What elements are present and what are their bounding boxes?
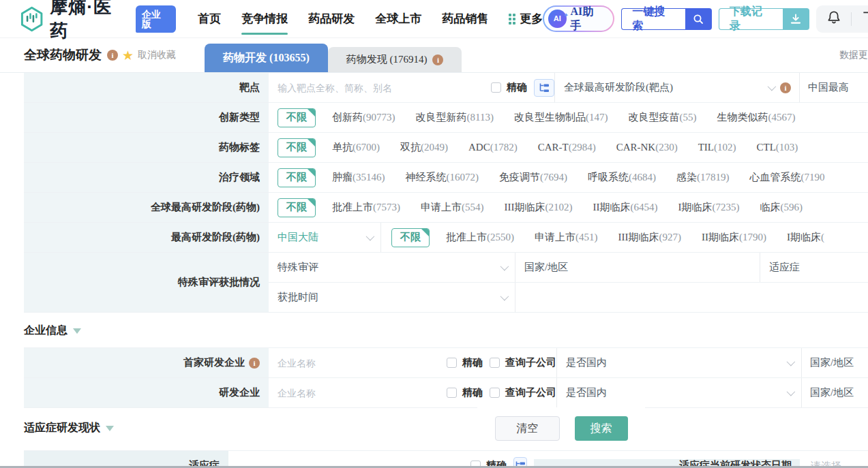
vertical-divider <box>380 223 381 252</box>
nav-global-launch[interactable]: 全球上市 <box>375 0 421 38</box>
target-input[interactable] <box>278 82 491 93</box>
filter-row-special-review: 特殊审评获批情况 特殊审评 国家/地区 适应症 获批时间 <box>24 253 868 313</box>
filter-option[interactable]: 临床(596) <box>760 201 803 214</box>
filter-option[interactable]: 感染(17819) <box>676 171 730 184</box>
filter-row-drug-tag: 药物标签 不限 单抗(6700)双抗(2049)ADC(1782)CAR-T(2… <box>24 133 868 163</box>
filter-option[interactable]: 双抗(2049) <box>400 141 448 154</box>
filter-option[interactable]: 申请上市(451) <box>535 231 598 244</box>
title-info-icon[interactable] <box>107 50 118 61</box>
filter-option[interactable]: TIL(102) <box>698 142 736 153</box>
domestic-select[interactable]: 是否国内 <box>557 356 801 369</box>
unfavorite-link[interactable]: 取消收藏 <box>138 49 176 61</box>
filter-label-global-stage: 全球最高研发阶段(药物) <box>24 193 269 222</box>
filter-option[interactable]: ADC(1782) <box>468 142 518 153</box>
checkbox-icon <box>447 388 457 398</box>
tab-drug-development[interactable]: 药物开发 (103655) <box>205 44 328 72</box>
tab-info-icon[interactable] <box>432 54 443 65</box>
nav-drug-rd[interactable]: 药品研发 <box>308 0 355 38</box>
approval-time-select[interactable]: 获批时间 <box>269 283 515 313</box>
filter-option[interactable]: 心血管系统(7190 <box>750 171 825 184</box>
filter-option[interactable]: CAR-T(2984) <box>538 142 596 153</box>
section-indication-title: 适应症研发现状 <box>24 421 100 435</box>
chevron-down-icon <box>768 82 777 91</box>
filter-option[interactable]: III期临床(927) <box>618 231 682 244</box>
filter-option[interactable]: II期临床(1790) <box>702 231 766 244</box>
filter-option[interactable]: 改良型生物制品(147) <box>514 111 608 124</box>
brand-logo[interactable]: 摩熵·医药 企业版 <box>19 0 176 43</box>
chevron-down-icon <box>787 358 796 366</box>
search-button[interactable]: 搜索 <box>575 416 628 441</box>
nav-more[interactable]: 更多 <box>509 0 543 38</box>
section-indication-status: 适应症研发现状 <box>24 421 868 435</box>
quick-search-button[interactable]: 一键搜索 <box>621 8 712 30</box>
indication-cell[interactable]: 适应症 <box>760 253 868 282</box>
domestic-select[interactable]: 是否国内 <box>557 386 801 399</box>
region-select[interactable]: 中国大陆 <box>269 231 380 244</box>
tab-drug-discovery[interactable]: 药物发现 (176914) <box>328 47 462 72</box>
country-region-clipped[interactable]: 国家/地区 <box>802 356 868 369</box>
cn-stage-target-clipped[interactable]: 中国最高 <box>800 81 868 94</box>
filter-option[interactable]: 申请上市(554) <box>421 201 484 214</box>
filter-option[interactable]: 肿瘤(35146) <box>332 171 385 184</box>
enterprise-badge: 企业版 <box>136 5 176 33</box>
notification-bell-icon[interactable] <box>826 10 842 29</box>
nav-competitive-intel[interactable]: 竞争情报 <box>241 0 288 38</box>
filter-option[interactable]: III期临床(2102) <box>505 201 573 214</box>
nav-home[interactable]: 首页 <box>198 0 221 38</box>
filter-option[interactable]: 批准上市(7573) <box>332 201 400 214</box>
filter-option[interactable]: 免疫调节(7694) <box>499 171 567 184</box>
company-name-input[interactable] <box>278 358 447 369</box>
exact-label: 精确 <box>507 81 527 94</box>
country-region-cell[interactable]: 国家/地区 <box>515 253 760 282</box>
checkbox-icon <box>490 388 500 398</box>
company-exact-checkbox[interactable]: 精确 <box>447 386 483 399</box>
company-name-input[interactable] <box>278 388 447 399</box>
target-exact-checkbox[interactable]: 精确 <box>491 81 527 94</box>
any-option-selected[interactable]: 不限 <box>278 108 316 127</box>
global-drug-rd-page: 摩熵·医药 企业版 首页 竞争情报 药品研发 全球上市 药品销售 更多 AI A… <box>0 0 868 468</box>
first-developer-info-icon[interactable] <box>249 358 260 369</box>
any-option-selected[interactable]: 不限 <box>278 198 316 217</box>
filter-option[interactable]: 生物类似药(4567) <box>717 111 795 124</box>
filter-row-global-stage: 全球最高研发阶段(药物) 不限 批准上市(7573)申请上市(554)III期临… <box>24 193 868 223</box>
filter-option[interactable]: II期临床(6454) <box>593 201 658 214</box>
collapse-caret-icon[interactable] <box>106 426 114 431</box>
global-stage-target-select[interactable]: 全球最高研发阶段(靶点) <box>555 81 799 94</box>
filter-option[interactable]: 单抗(6700) <box>332 141 380 154</box>
target-tree-button[interactable] <box>534 79 554 97</box>
collapse-caret-icon[interactable] <box>73 328 81 334</box>
special-review-select-label: 特殊审评 <box>278 261 318 274</box>
special-review-select[interactable]: 特殊审评 <box>269 253 515 282</box>
filter-option[interactable]: 创新药(90773) <box>332 111 395 124</box>
filter-option[interactable]: CAR-NK(230) <box>616 142 678 153</box>
report-icon[interactable] <box>860 10 868 29</box>
filter-option[interactable]: 呼吸系统(4684) <box>588 171 656 184</box>
filter-option[interactable]: CTL(103) <box>757 142 798 153</box>
subsidiary-checkbox[interactable]: 查询子公司 <box>490 356 556 369</box>
subsidiary-checkbox[interactable]: 查询子公司 <box>490 386 556 399</box>
clear-button[interactable]: 清空 <box>495 416 560 441</box>
favorite-star-icon[interactable]: ★ <box>122 49 134 62</box>
filter-option[interactable]: 批准上市(2550) <box>446 231 514 244</box>
filter-content-developer: 精确 查询子公司 是否国内 国家/地区 <box>269 378 868 407</box>
download-log-button[interactable]: 下载记录 <box>719 8 809 30</box>
stage-info-icon[interactable] <box>780 82 791 93</box>
filter-option[interactable]: 改良型新药(8113) <box>416 111 494 124</box>
any-option-selected[interactable]: 不限 <box>278 168 316 187</box>
ai-assistant-button[interactable]: AI AI助手 <box>543 5 614 32</box>
filter-content-first-developer: 精确 查询子公司 是否国内 国家/地区 <box>269 348 868 377</box>
country-region-clipped[interactable]: 国家/地区 <box>802 386 868 399</box>
filter-option[interactable]: 改良型疫苗(55) <box>628 111 696 124</box>
filter-option[interactable]: 神经系统(16072) <box>406 171 479 184</box>
download-icon <box>783 8 809 30</box>
option-list: 单抗(6700)双抗(2049)ADC(1782)CAR-T(2984)CAR-… <box>332 141 798 154</box>
filter-row-cn-stage: 最高研发阶段(药物) 中国大陆 不限 批准上市(2550)申请上市(451)II… <box>24 223 868 253</box>
filter-option[interactable]: I期临床(7235) <box>678 201 740 214</box>
page-title: 全球药物研发 <box>24 46 102 64</box>
filter-option[interactable]: I期临床( <box>787 231 824 244</box>
any-option-selected[interactable]: 不限 <box>391 228 430 247</box>
company-exact-checkbox[interactable]: 精确 <box>447 356 483 369</box>
nav-drug-sales[interactable]: 药品销售 <box>442 0 488 38</box>
top-header: 摩熵·医药 企业版 首页 竞争情报 药品研发 全球上市 药品销售 更多 AI A… <box>0 0 868 38</box>
any-option-selected[interactable]: 不限 <box>278 138 316 157</box>
